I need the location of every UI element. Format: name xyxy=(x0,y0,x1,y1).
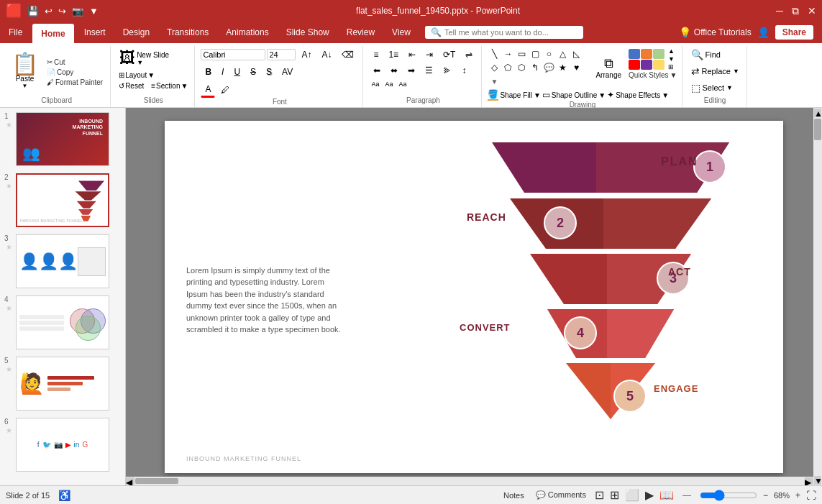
shape-callout-btn[interactable]: 💬 xyxy=(542,61,555,74)
clear-format-btn[interactable]: ⌫ xyxy=(337,47,358,62)
align-center-btn[interactable]: ⬌ xyxy=(386,63,402,78)
slide-thumb-2[interactable]: 2 ★ INBOUND MARKETING FUNNEL xyxy=(3,172,122,229)
numbering-btn[interactable]: 1≡ xyxy=(384,47,403,62)
qa-dropdown-btn[interactable]: ▼ xyxy=(88,4,100,18)
arrange-button[interactable]: ⧉ Arrange xyxy=(591,53,626,82)
font-name-input[interactable] xyxy=(201,49,265,60)
slide-thumb-6[interactable]: 6 ★ f 🐦 📷 ▶ in G xyxy=(3,416,122,473)
search-input[interactable] xyxy=(444,28,574,37)
font-increase-btn[interactable]: A↑ xyxy=(297,47,316,62)
convert-smartart-btn[interactable]: ⇌ xyxy=(461,47,477,62)
office-tutorials-link[interactable]: 💡 Office Tutorials xyxy=(679,27,752,38)
decrease-indent-btn[interactable]: ⇤ xyxy=(404,47,420,62)
quick-styles-down[interactable]: ▼ xyxy=(668,55,675,63)
shape-rt-triangle-btn[interactable]: ◺ xyxy=(570,47,583,60)
help-icon[interactable]: 👤 xyxy=(757,27,770,38)
shape-circle-btn[interactable]: ○ xyxy=(542,47,555,60)
strikethrough-button[interactable]: S xyxy=(246,65,260,79)
new-slide-button[interactable]: 🖼 New Slide ▼ xyxy=(117,47,172,69)
shape-arrow-btn[interactable]: → xyxy=(501,47,514,60)
text-highlight-btn[interactable]: 🖊 xyxy=(216,83,234,97)
bold-button[interactable]: B xyxy=(201,65,216,79)
replace-button[interactable]: ⇄ Replace ▼ xyxy=(688,64,742,78)
horizontal-scrollbar[interactable]: ◀ ▶ xyxy=(126,477,813,485)
canvas-area[interactable]: Lorem Ipsum is simply dummy text of the … xyxy=(126,108,822,485)
menu-design[interactable]: Design xyxy=(114,22,158,43)
zoom-out-btn[interactable]: − xyxy=(763,490,768,500)
accessibility-icon[interactable]: ♿ xyxy=(58,490,70,501)
quick-style-1[interactable] xyxy=(629,49,640,59)
section-button[interactable]: ≡Section▼ xyxy=(149,81,190,91)
quick-style-5[interactable] xyxy=(641,60,652,70)
shape-round-rect-btn[interactable]: ▢ xyxy=(529,47,542,60)
vertical-scrollbar[interactable]: ▲ ▼ xyxy=(813,108,822,485)
notes-button[interactable]: Notes xyxy=(501,490,527,500)
save-btn[interactable]: 💾 xyxy=(26,4,40,18)
reading-view-btn[interactable]: 📖 xyxy=(659,488,674,502)
columns-btn[interactable]: ⫸ xyxy=(439,63,456,78)
no-spacing-btn[interactable]: Aa xyxy=(383,79,395,89)
shape-rect-btn[interactable]: ▭ xyxy=(515,47,528,60)
quick-styles-expand[interactable]: ⊞ xyxy=(668,63,675,70)
menu-transitions[interactable]: Transitions xyxy=(158,22,217,43)
zoom-slider[interactable] xyxy=(700,490,757,501)
copy-button[interactable]: 📄Copy xyxy=(44,68,106,77)
slide-thumb-5[interactable]: 5 ★ 🙋 xyxy=(3,355,122,412)
select-button[interactable]: ⬚ Select ▼ xyxy=(688,81,742,95)
fit-slide-btn[interactable]: ⛶ xyxy=(806,490,816,501)
font-color-btn[interactable]: A xyxy=(201,82,215,98)
slide-thumb-3[interactable]: 3 ★ 👤 👤 👤 xyxy=(3,233,122,290)
menu-review[interactable]: Review xyxy=(338,22,383,43)
align-right-btn[interactable]: ➡ xyxy=(403,63,419,78)
line-spacing-btn[interactable]: ↕ xyxy=(457,63,470,78)
outline-view-btn[interactable]: ⊞ xyxy=(610,488,619,502)
menu-file[interactable]: File xyxy=(0,22,31,43)
present-btn[interactable]: 📷 xyxy=(70,4,85,18)
shape-heart-btn[interactable]: ♥ xyxy=(570,61,583,74)
undo-btn[interactable]: ↩ xyxy=(43,4,54,18)
close-btn[interactable]: ✕ xyxy=(808,5,816,17)
quick-style-4[interactable] xyxy=(629,60,640,70)
paste-button[interactable]: 📋 Paste ▼ xyxy=(7,50,42,93)
increase-indent-btn[interactable]: ⇥ xyxy=(421,47,437,62)
layout-button[interactable]: ⊞Layout▼ xyxy=(117,70,157,80)
shapes-more-btn[interactable]: ▼ xyxy=(488,75,501,88)
menu-slideshow[interactable]: Slide Show xyxy=(278,22,338,43)
comments-button[interactable]: 💬 Comments xyxy=(533,490,589,500)
shape-triangle-btn[interactable]: △ xyxy=(556,47,569,60)
quick-style-3[interactable] xyxy=(653,49,665,59)
normal-view-btn[interactable]: ⊡ xyxy=(595,488,604,502)
redo-btn[interactable]: ↪ xyxy=(57,4,68,18)
reset-button[interactable]: ↺Reset xyxy=(117,81,146,91)
shape-outline-button[interactable]: ▭ Shape Outline ▼ xyxy=(542,89,606,101)
align-left-btn[interactable]: ⬅ xyxy=(369,63,385,78)
shape-diamond-btn[interactable]: ◇ xyxy=(488,61,501,74)
font-size-input[interactable] xyxy=(267,49,296,60)
menu-view[interactable]: View xyxy=(383,22,419,43)
shape-effects-button[interactable]: ✦ Shape Effects ▼ xyxy=(607,89,669,101)
text-shadow2-btn[interactable]: Aa xyxy=(369,79,381,89)
shape-pent-btn[interactable]: ⬠ xyxy=(501,61,514,74)
char-spacing-btn[interactable]: AV xyxy=(278,65,297,79)
shadow-button[interactable]: S xyxy=(262,65,276,79)
minimize-btn[interactable]: ─ xyxy=(776,5,783,17)
shape-bend-arrow-btn[interactable]: ↰ xyxy=(529,61,542,74)
slide-panel[interactable]: 1 ★ INBOUNDMARKETINGFUNNEL 👥 2 ★ xyxy=(0,108,126,485)
bullets-btn[interactable]: ≡ xyxy=(369,47,383,62)
justify-btn[interactable]: ☰ xyxy=(421,63,437,78)
shape-hex-btn[interactable]: ⬡ xyxy=(515,61,528,74)
restore-btn[interactable]: ⧉ xyxy=(792,5,799,17)
cut-button[interactable]: ✂Cut xyxy=(44,58,106,67)
find-button[interactable]: 🔍 Find xyxy=(688,47,742,62)
italic-button[interactable]: I xyxy=(217,65,228,79)
zoom-in-btn[interactable]: + xyxy=(795,490,800,500)
underline-button[interactable]: U xyxy=(229,65,245,79)
shape-fill-button[interactable]: 🪣 Shape Fill ▼ xyxy=(488,89,540,101)
font-decrease-btn[interactable]: A↓ xyxy=(317,47,336,62)
menu-animations[interactable]: Animations xyxy=(217,22,277,43)
slide-thumb-4[interactable]: 4 ★ xyxy=(3,294,122,351)
quick-style-6[interactable] xyxy=(653,60,665,70)
share-button[interactable]: Share xyxy=(775,25,813,40)
menu-insert[interactable]: Insert xyxy=(76,22,114,43)
quick-style-2[interactable] xyxy=(641,49,652,59)
